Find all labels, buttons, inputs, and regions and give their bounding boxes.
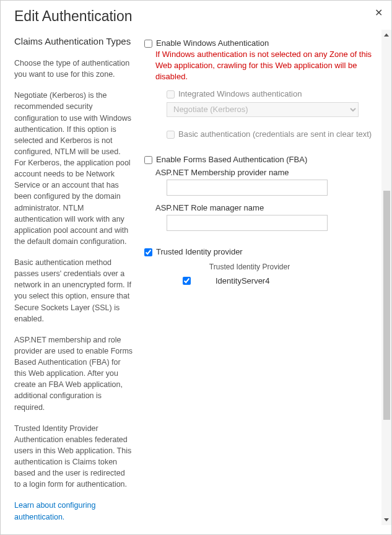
content-area: Claims Authentication Types Choose the t… <box>1 30 391 525</box>
membership-label: ASP.NET Membership provider name <box>155 168 379 177</box>
enable-fba-row: Enable Forms Based Authentication (FBA) <box>144 155 379 164</box>
help-text-trusted: Trusted Identity Provider Authentication… <box>14 423 133 490</box>
membership-input[interactable] <box>167 180 328 196</box>
scrollbar[interactable] <box>381 30 391 525</box>
close-icon[interactable]: ✕ <box>375 7 383 19</box>
right-column: Enable Windows Authentication If Windows… <box>138 30 385 525</box>
enable-windows-label: Enable Windows Authentication <box>156 38 269 48</box>
help-text-kerberos: Negotiate (Kerberos) is the recommended … <box>14 90 133 247</box>
basic-auth-row: Basic authentication (credentials are se… <box>167 129 379 139</box>
trusted-item-row: IdentityServer4 <box>180 275 379 287</box>
help-text-aspnet: ASP.NET membership and role provider are… <box>14 334 133 413</box>
integrated-checkbox[interactable] <box>167 90 175 98</box>
role-label: ASP.NET Role manager name <box>155 203 379 212</box>
trusted-row: Trusted Identity provider <box>144 247 379 256</box>
help-text-intro: Choose the type of authentication you wa… <box>14 58 133 80</box>
integrated-label: Integrated Windows authentication <box>178 89 302 98</box>
role-input[interactable] <box>167 215 328 231</box>
enable-windows-row: Enable Windows Authentication <box>144 38 379 48</box>
help-text-basic: Basic authentication method passes users… <box>14 257 133 324</box>
integrated-row: Integrated Windows authentication Negoti… <box>167 89 379 124</box>
basic-auth-checkbox[interactable] <box>167 131 175 139</box>
section-title-claims: Claims Authentication Types <box>14 36 133 46</box>
basic-auth-label: Basic authentication (credentials are se… <box>178 129 372 139</box>
trusted-item-label: IdentityServer4 <box>216 276 269 285</box>
trusted-header: Trusted Identity Provider <box>169 263 330 271</box>
scroll-thumb[interactable] <box>383 191 390 420</box>
enable-fba-label: Enable Forms Based Authentication (FBA) <box>156 155 307 164</box>
learn-link[interactable]: Learn about configuring authentication. <box>14 500 133 522</box>
scroll-up-icon[interactable] <box>384 33 389 37</box>
trusted-label: Trusted Identity provider <box>156 247 243 256</box>
dialog-title: Edit Authentication <box>1 1 391 30</box>
windows-warning-text: If Windows authentication is not selecte… <box>155 49 379 83</box>
negotiate-select[interactable]: Negotiate (Kerberos) <box>167 102 359 117</box>
trusted-checkbox[interactable] <box>144 248 152 256</box>
enable-fba-checkbox[interactable] <box>144 156 152 164</box>
trusted-item-checkbox[interactable] <box>183 277 191 285</box>
scroll-down-icon[interactable] <box>384 518 389 521</box>
enable-windows-checkbox[interactable] <box>144 40 152 48</box>
left-column: Claims Authentication Types Choose the t… <box>14 30 138 525</box>
